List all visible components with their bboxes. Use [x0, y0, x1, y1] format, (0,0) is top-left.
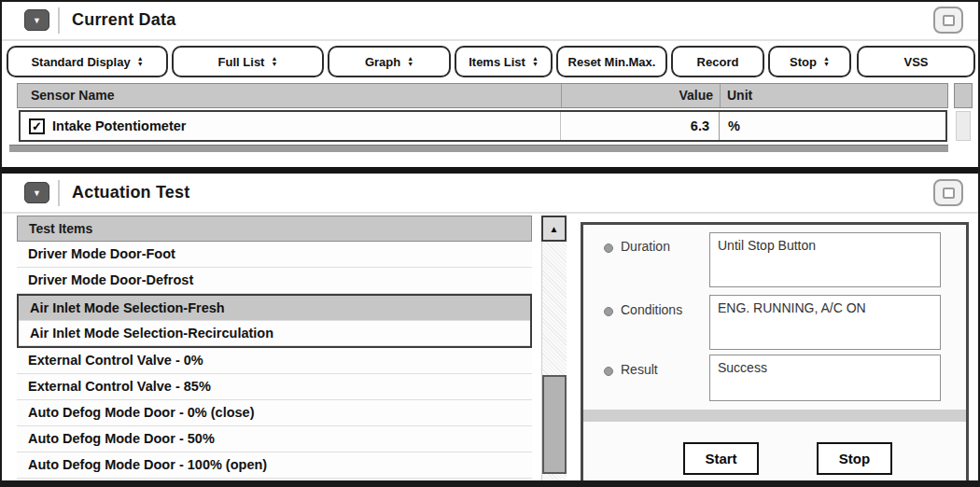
list-item[interactable]: Air Inlet Mode Selection-Recirculation [19, 321, 530, 346]
sensor-value: 6.3 [543, 118, 709, 133]
list-item-selected[interactable]: Air Inlet Mode Selection-Fresh [19, 296, 530, 321]
button-label: Items List [469, 55, 525, 69]
scroll-up-button[interactable]: ▲ [541, 216, 567, 242]
button-label: VSS [903, 55, 928, 69]
test-items-list: Driver Mode Door-Foot Driver Mode Door-D… [17, 242, 532, 479]
chevron-down-icon: ▼ [33, 16, 41, 25]
list-item[interactable]: Driver Mode Door-Foot [17, 242, 532, 268]
column-header-unit: Unit [727, 84, 752, 107]
sensor-table-header: Sensor Name Value Unit [17, 83, 948, 108]
column-divider [560, 112, 561, 140]
result-value-box: Success [709, 355, 941, 401]
popup-arrows-icon: ▲▼ [823, 56, 830, 67]
header-divider [58, 180, 60, 206]
column-divider [719, 112, 720, 140]
bullet-icon [604, 367, 613, 376]
list-item[interactable]: Driver Mode Door-Defrost [17, 268, 532, 294]
list-item[interactable]: Auto Defog Mode Door - 0% (close) [17, 400, 532, 426]
actuation-test-title: Actuation Test [72, 183, 189, 202]
current-data-collapse-button[interactable]: ▼ [24, 9, 49, 31]
header-divider [58, 7, 60, 34]
popup-arrows-icon: ▲▼ [532, 56, 539, 67]
actuation-test-collapse-button[interactable]: ▼ [24, 182, 49, 203]
current-data-maximize-button[interactable] [933, 7, 963, 34]
graph-dropdown[interactable]: Graph ▲▼ [328, 46, 451, 77]
popup-arrows-icon: ▲▼ [407, 56, 413, 67]
popup-arrows-icon: ▲▼ [137, 56, 144, 67]
button-label: Standard Display [31, 55, 130, 69]
conditions-label: Conditions [621, 302, 682, 317]
arrow-up-icon: ▲ [550, 224, 559, 234]
bullet-icon [604, 307, 613, 316]
sensor-checkbox[interactable]: ✓ [29, 118, 45, 134]
conditions-value-box: ENG. RUNNING, A/C ON [709, 295, 941, 350]
list-item[interactable]: Auto Defog Mode Door - 50% [17, 426, 532, 452]
actuation-test-maximize-button[interactable] [933, 179, 963, 206]
button-label: Graph [365, 55, 400, 69]
sensor-name: Intake Potentiometer [52, 118, 186, 133]
header-rule [2, 212, 978, 214]
details-bottom-edge [583, 410, 966, 422]
column-divider [720, 84, 721, 107]
sensor-unit: % [728, 118, 740, 133]
result-label: Result [621, 362, 658, 377]
current-data-title: Current Data [72, 10, 175, 30]
check-icon: ✓ [32, 120, 42, 132]
maximize-icon [943, 15, 955, 26]
button-label: Record [697, 55, 739, 69]
header-rule [2, 39, 978, 41]
maximize-icon [943, 188, 955, 199]
stop-button[interactable]: Stop [817, 442, 892, 475]
button-label: Full List [218, 55, 265, 69]
table-scrollbar-header [954, 83, 973, 108]
selected-item-group: Air Inlet Mode Selection-Fresh Air Inlet… [17, 294, 532, 348]
diagnostic-app-window: ▼ Current Data Standard Display ▲▼ Full … [0, 0, 980, 487]
button-label: Reset Min.Max. [568, 55, 656, 69]
reset-min-max-button[interactable]: Reset Min.Max. [556, 46, 667, 77]
list-item[interactable]: External Control Valve - 0% [17, 348, 532, 374]
chevron-down-icon: ▼ [33, 188, 41, 198]
stop-dropdown[interactable]: Stop ▲▼ [768, 46, 851, 77]
standard-display-dropdown[interactable]: Standard Display ▲▼ [7, 46, 168, 77]
button-label: Stop [790, 55, 817, 69]
full-list-dropdown[interactable]: Full List ▲▼ [172, 46, 324, 77]
duration-label: Duration [621, 239, 670, 254]
test-details-panel: Duration Until Stop Button Conditions EN… [581, 222, 969, 484]
test-items-header: Test Items [17, 216, 532, 242]
items-list-dropdown[interactable]: Items List ▲▼ [455, 46, 553, 77]
record-button[interactable]: Record [671, 46, 764, 77]
table-scrollbar-track[interactable] [956, 111, 971, 141]
popup-arrows-icon: ▲▼ [271, 56, 277, 67]
start-button[interactable]: Start [683, 442, 759, 475]
table-bottom-edge [9, 145, 948, 152]
vss-button[interactable]: VSS [857, 46, 975, 77]
column-header-sensor-name: Sensor Name [31, 84, 114, 107]
list-item[interactable]: Auto Defog Mode Door - 100% (open) [17, 452, 532, 479]
duration-value-box: Until Stop Button [709, 232, 941, 287]
column-divider [561, 84, 562, 107]
list-scrollbar-thumb[interactable] [542, 375, 567, 474]
bullet-icon [604, 244, 613, 253]
table-row[interactable]: ✓ Intake Potentiometer 6.3 % [19, 110, 947, 142]
list-scrollbar-track[interactable] [541, 242, 567, 480]
panel-separator [2, 167, 978, 174]
list-item[interactable]: External Control Valve - 85% [17, 374, 532, 400]
column-header-value: Value [564, 84, 713, 107]
